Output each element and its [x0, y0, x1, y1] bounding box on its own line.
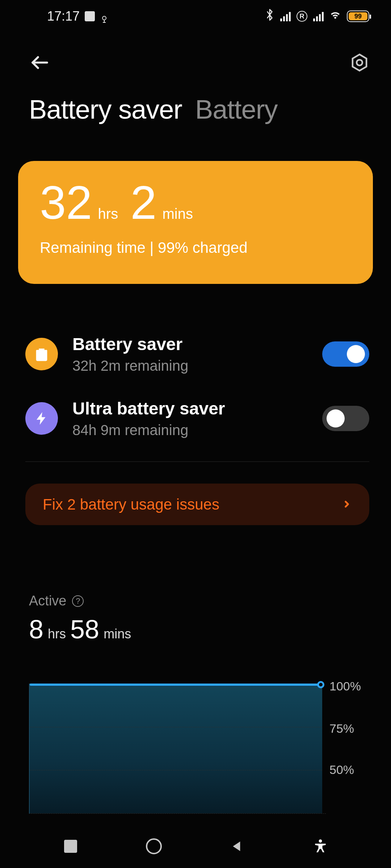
wifi-icon — [329, 9, 341, 24]
chart-area-fill — [30, 684, 322, 813]
svg-point-2 — [357, 60, 362, 65]
signal-1-icon — [280, 11, 291, 21]
status-time: 17:17 — [47, 9, 80, 24]
active-mins-unit: mins — [104, 626, 131, 642]
roaming-badge-text: R — [300, 13, 304, 20]
battery-saver-title: Battery saver — [72, 334, 308, 354]
remaining-subtitle: Remaining time | 99% charged — [40, 239, 351, 256]
signal-2-icon — [313, 11, 324, 21]
app-indicator-icon — [85, 11, 95, 21]
ultra-saver-title: Ultra battery saver — [72, 399, 308, 418]
saver-mode-list: Battery saver 32h 2m remaining Ultra bat… — [25, 326, 369, 525]
svg-point-0 — [102, 16, 106, 20]
tab-battery-saver[interactable]: Battery saver — [29, 94, 182, 125]
battery-saver-row[interactable]: Battery saver 32h 2m remaining — [25, 326, 369, 390]
voice-icon — [100, 12, 109, 21]
active-mins: 58 — [70, 614, 99, 644]
ultra-saver-row[interactable]: Ultra battery saver 84h 9m remaining — [25, 390, 369, 454]
remaining-mins: 2 — [130, 179, 156, 226]
active-label-row: Active ? — [29, 593, 369, 609]
chart-ytick-100: 100% — [329, 679, 369, 693]
nav-back-button[interactable] — [227, 836, 247, 856]
remaining-hours: 32 — [40, 179, 92, 226]
remaining-time-card[interactable]: 32 hrs 2 mins Remaining time | 99% charg… — [18, 161, 373, 284]
battery-saver-toggle[interactable] — [322, 341, 369, 367]
status-bar: 17:17 R 99 — [0, 0, 391, 33]
page-tabs: Battery saver Battery — [29, 94, 369, 125]
ultra-saver-icon — [25, 402, 58, 435]
system-nav-bar — [0, 825, 391, 868]
active-label: Active — [29, 593, 66, 609]
chart-plot-area — [29, 684, 326, 814]
divider — [25, 461, 369, 462]
bluetooth-icon — [265, 9, 274, 24]
remaining-hours-unit: hrs — [98, 206, 118, 222]
nav-home-button[interactable] — [144, 836, 164, 856]
chart-ytick-75: 75% — [329, 722, 369, 736]
status-right: R 99 — [265, 9, 369, 24]
remaining-time-value: 32 hrs 2 mins — [40, 179, 351, 226]
help-icon[interactable]: ? — [72, 595, 84, 607]
tab-battery[interactable]: Battery — [195, 94, 277, 125]
chart-gridline-50 — [30, 770, 322, 770]
ultra-saver-text: Ultra battery saver 84h 9m remaining — [72, 399, 308, 438]
fix-issues-button[interactable]: Fix 2 battery usage issues — [25, 484, 369, 525]
battery-saver-subtitle: 32h 2m remaining — [72, 358, 308, 374]
roaming-icon: R — [297, 11, 307, 22]
ultra-saver-toggle[interactable] — [322, 406, 369, 431]
status-left: 17:17 — [47, 9, 109, 24]
battery-saver-icon — [25, 338, 58, 370]
battery-saver-text: Battery saver 32h 2m remaining — [72, 334, 308, 374]
settings-button[interactable] — [350, 53, 369, 74]
ultra-saver-subtitle: 84h 9m remaining — [72, 422, 308, 438]
battery-chart[interactable]: 100% 75% 50% — [29, 676, 369, 814]
svg-point-3 — [319, 839, 322, 843]
active-time-value: 8 hrs 58 mins — [29, 614, 369, 644]
battery-percent-text: 99 — [354, 13, 362, 20]
chart-ytick-50: 50% — [329, 763, 369, 777]
active-section: Active ? 8 hrs 58 mins — [29, 593, 369, 644]
chart-current-point-icon — [317, 681, 324, 688]
active-hours: 8 — [29, 614, 43, 644]
accessibility-button[interactable] — [310, 836, 331, 856]
chevron-right-icon — [342, 496, 352, 512]
remaining-mins-unit: mins — [163, 206, 193, 222]
back-button[interactable] — [29, 52, 51, 75]
svg-marker-1 — [353, 55, 366, 71]
chart-gridline-75 — [30, 727, 322, 727]
chart-series-line — [30, 684, 322, 686]
fix-issues-label: Fix 2 battery usage issues — [43, 496, 219, 513]
header — [0, 43, 391, 83]
battery-status-icon: 99 — [347, 10, 369, 22]
active-hours-unit: hrs — [48, 626, 66, 642]
nav-recents-button[interactable] — [60, 836, 81, 856]
